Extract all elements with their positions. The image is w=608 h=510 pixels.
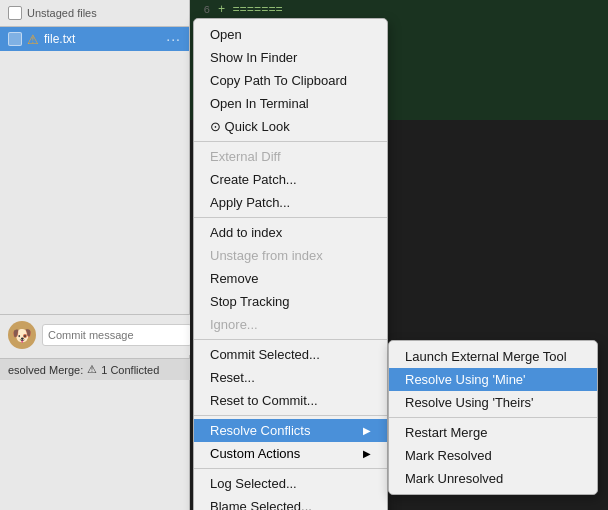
status-conflict-text: 1 Conflicted [101,364,159,376]
code-line-6: 6 + ======= [190,0,608,20]
menu-item-apply-patch[interactable]: Apply Patch... [194,191,387,214]
status-prefix: esolved Merge: [8,364,83,376]
warning-icon: ⚠ [27,32,39,47]
custom-actions-arrow: ▶ [363,448,371,459]
menu-item-custom-actions[interactable]: Custom Actions ▶ [194,442,387,465]
menu-item-remove[interactable]: Remove [194,267,387,290]
unstaged-checkbox[interactable] [8,6,22,20]
file-row[interactable]: ⚠ file.txt ··· [0,27,189,51]
menu-item-resolve-conflicts[interactable]: Resolve Conflicts ▶ [194,419,387,442]
menu-item-unstage: Unstage from index [194,244,387,267]
menu-item-mark-unresolved[interactable]: Mark Unresolved [389,467,597,490]
menu-item-log-selected[interactable]: Log Selected... [194,472,387,495]
custom-actions-label: Custom Actions [210,446,300,461]
menu-item-copy-path[interactable]: Copy Path To Clipboard [194,69,387,92]
menu-item-resolve-theirs[interactable]: Resolve Using 'Theirs' [389,391,597,414]
context-menu-primary: Open Show In Finder Copy Path To Clipboa… [193,18,388,510]
commit-area: 🐶 [0,314,190,355]
separator-1 [194,141,387,142]
menu-item-show-finder[interactable]: Show In Finder [194,46,387,69]
menu-item-create-patch[interactable]: Create Patch... [194,168,387,191]
menu-item-restart-merge[interactable]: Restart Merge [389,421,597,444]
menu-item-open-terminal[interactable]: Open In Terminal [194,92,387,115]
file-checkbox[interactable] [8,32,22,46]
unstaged-label: Unstaged files [27,7,97,19]
menu-item-resolve-mine[interactable]: Resolve Using 'Mine' [389,368,597,391]
separator-2 [194,217,387,218]
menu-item-reset[interactable]: Reset... [194,366,387,389]
file-name: file.txt [44,32,161,46]
unstaged-header: Unstaged files [0,0,189,27]
menu-item-blame-selected[interactable]: Blame Selected... [194,495,387,510]
separator-3 [194,339,387,340]
left-panel: Unstaged files ⚠ file.txt ··· 🐶 esolved … [0,0,190,510]
menu-item-quick-look[interactable]: ⊙ Quick Look [194,115,387,138]
separator-5 [194,468,387,469]
menu-item-add-index[interactable]: Add to index [194,221,387,244]
ellipsis-button[interactable]: ··· [166,31,181,47]
menu-item-external-diff: External Diff [194,145,387,168]
menu-item-reset-to-commit[interactable]: Reset to Commit... [194,389,387,412]
resolve-conflicts-arrow: ▶ [363,425,371,436]
menu-item-mark-resolved[interactable]: Mark Resolved [389,444,597,467]
resolve-conflicts-submenu: Launch External Merge Tool Resolve Using… [388,340,598,495]
separator-4 [194,415,387,416]
status-warning-icon: ⚠ [87,363,97,376]
resolve-separator-1 [389,417,597,418]
status-bar: esolved Merge: ⚠ 1 Conflicted [0,358,190,380]
menu-item-ignore: Ignore... [194,313,387,336]
commit-input[interactable] [42,324,192,346]
menu-item-launch-merge[interactable]: Launch External Merge Tool [389,345,597,368]
menu-item-commit-selected[interactable]: Commit Selected... [194,343,387,366]
menu-item-stop-tracking[interactable]: Stop Tracking [194,290,387,313]
menu-item-open[interactable]: Open [194,23,387,46]
commit-avatar: 🐶 [8,321,36,349]
resolve-conflicts-label: Resolve Conflicts [210,423,310,438]
